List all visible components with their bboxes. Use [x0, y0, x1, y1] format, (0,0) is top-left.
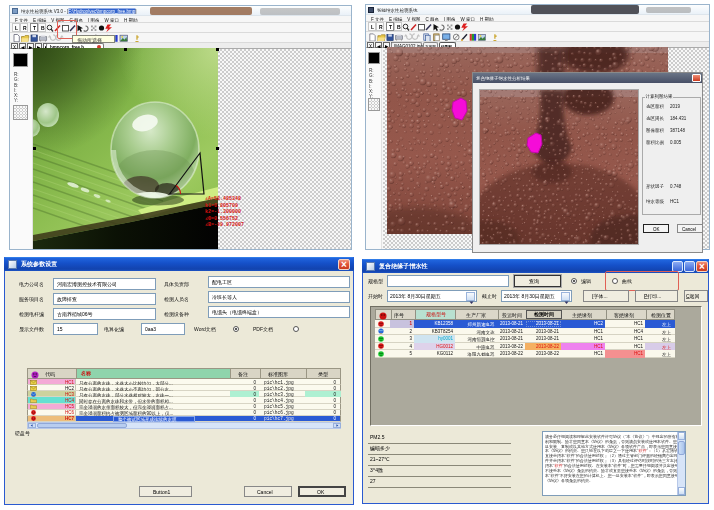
- svg-text:k2=-1.300000: k2=-1.300000: [205, 209, 241, 215]
- svg-text:k1=0.805709: k1=0.805709: [205, 203, 238, 209]
- svg-text:∠A=58.485348: ∠A=58.485348: [205, 196, 241, 202]
- svg-text:∠B=-89.972007: ∠B=-89.972007: [205, 222, 244, 228]
- svg-text:∠Φ=0.556752: ∠Φ=0.556752: [205, 216, 238, 222]
